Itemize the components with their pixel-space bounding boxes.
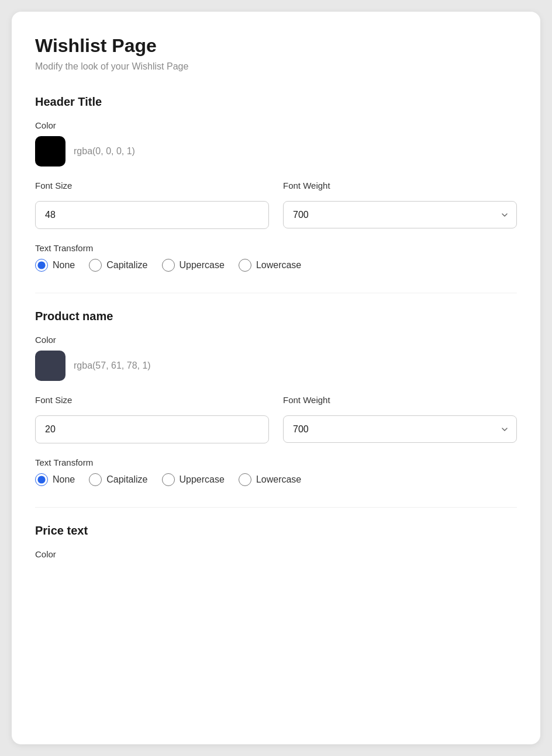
product-color-row: rgba(57, 61, 78, 1) (35, 351, 517, 381)
product-name-section-label: Product name (35, 310, 517, 323)
header-fields-row: Font Size Font Weight 400 500 600 700 80… (35, 181, 517, 229)
product-font-weight-wrapper: 400 500 600 700 800 900 (283, 415, 517, 443)
product-transform-none-radio[interactable] (35, 473, 48, 486)
header-transform-lowercase[interactable]: Lowercase (239, 259, 301, 272)
product-transform-none[interactable]: None (35, 473, 75, 486)
product-transform-radio-group: None Capitalize Uppercase Lowercase (35, 473, 517, 486)
header-transform-none-radio[interactable] (35, 259, 48, 272)
header-transform-capitalize[interactable]: Capitalize (89, 259, 147, 272)
header-font-weight-group: Font Weight 400 500 600 700 800 900 (283, 181, 517, 229)
product-transform-lowercase-radio[interactable] (239, 473, 251, 486)
product-font-size-group: Font Size (35, 395, 269, 443)
product-font-weight-select[interactable]: 400 500 600 700 800 900 (283, 415, 517, 443)
product-transform-capitalize-label: Capitalize (106, 474, 147, 485)
product-name-section: Product name Color rgba(57, 61, 78, 1) F… (35, 310, 517, 486)
product-color-swatch[interactable] (35, 351, 65, 381)
header-color-label: Color (35, 120, 517, 130)
product-font-weight-label: Font Weight (283, 395, 517, 405)
product-transform-uppercase-radio[interactable] (162, 473, 175, 486)
page-subtitle: Modify the look of your Wishlist Page (35, 61, 517, 72)
product-font-size-input[interactable] (35, 415, 269, 443)
page-title: Wishlist Page (35, 35, 517, 57)
price-text-section: Price text Color (35, 524, 517, 559)
product-transform-capitalize-radio[interactable] (89, 473, 102, 486)
header-transform-lowercase-radio[interactable] (239, 259, 251, 272)
header-title-section: Header Title Color rgba(0, 0, 0, 1) Font… (35, 95, 517, 272)
header-text-transform-section: Text Transform None Capitalize Uppercase… (35, 243, 517, 272)
header-transform-radio-group: None Capitalize Uppercase Lowercase (35, 259, 517, 272)
header-font-weight-label: Font Weight (283, 181, 517, 190)
header-transform-uppercase[interactable]: Uppercase (162, 259, 225, 272)
product-color-value: rgba(57, 61, 78, 1) (74, 360, 151, 371)
divider-1 (35, 293, 517, 293)
header-transform-capitalize-radio[interactable] (89, 259, 102, 272)
product-color-label: Color (35, 335, 517, 345)
header-transform-none[interactable]: None (35, 259, 75, 272)
header-title-section-label: Header Title (35, 95, 517, 109)
product-font-size-label: Font Size (35, 395, 269, 405)
product-transform-lowercase[interactable]: Lowercase (239, 473, 301, 486)
header-color-row: rgba(0, 0, 0, 1) (35, 136, 517, 167)
header-transform-uppercase-label: Uppercase (180, 260, 225, 271)
header-transform-lowercase-label: Lowercase (256, 260, 301, 271)
header-font-size-group: Font Size (35, 181, 269, 229)
page-header: Wishlist Page Modify the look of your Wi… (35, 35, 517, 72)
product-transform-lowercase-label: Lowercase (256, 474, 301, 485)
header-color-swatch[interactable] (35, 136, 65, 167)
price-color-label: Color (35, 549, 517, 559)
header-transform-capitalize-label: Capitalize (106, 260, 147, 271)
divider-2 (35, 507, 517, 508)
product-font-weight-group: Font Weight 400 500 600 700 800 900 (283, 395, 517, 443)
header-font-size-input[interactable] (35, 201, 269, 229)
product-transform-uppercase-label: Uppercase (180, 474, 225, 485)
product-transform-uppercase[interactable]: Uppercase (162, 473, 225, 486)
header-text-transform-label: Text Transform (35, 243, 517, 253)
product-fields-row: Font Size Font Weight 400 500 600 700 80… (35, 395, 517, 443)
header-font-size-label: Font Size (35, 181, 269, 190)
header-color-value: rgba(0, 0, 0, 1) (74, 146, 135, 157)
header-transform-uppercase-radio[interactable] (162, 259, 175, 272)
main-card: Wishlist Page Modify the look of your Wi… (12, 12, 540, 744)
product-text-transform-label: Text Transform (35, 457, 517, 467)
header-font-weight-select[interactable]: 400 500 600 700 800 900 (283, 201, 517, 228)
product-transform-capitalize[interactable]: Capitalize (89, 473, 147, 486)
product-transform-none-label: None (53, 474, 75, 485)
header-transform-none-label: None (53, 260, 75, 271)
header-font-weight-wrapper: 400 500 600 700 800 900 (283, 201, 517, 228)
price-text-section-label: Price text (35, 524, 517, 537)
product-text-transform-section: Text Transform None Capitalize Uppercase… (35, 457, 517, 486)
